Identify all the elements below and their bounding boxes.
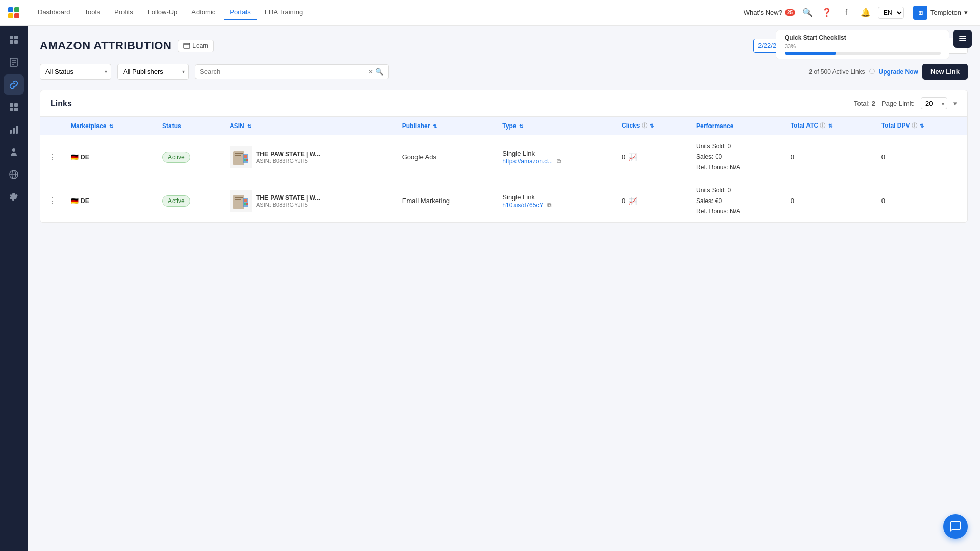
sidebar-item-grid[interactable] [4, 97, 24, 117]
th-performance: Performance [690, 117, 785, 135]
svg-rect-14 [10, 130, 12, 134]
row1-chart-icon[interactable]: 📈 [628, 153, 637, 161]
links-expand-icon[interactable]: ▾ [953, 99, 957, 107]
publisher-sort-icon: ⇅ [433, 123, 437, 129]
notification-icon[interactable]: 🔔 [859, 6, 873, 20]
row2-product-info: THE PAW STATE | W... ASIN: B083RGYJH5 [256, 194, 320, 208]
help-icon[interactable]: ❓ [820, 6, 834, 20]
row1-ref-bonus: Ref. Bonus: N/A [696, 162, 778, 172]
nav-tools[interactable]: Tools [79, 5, 106, 20]
search-icon[interactable]: 🔍 [374, 67, 384, 77]
svg-rect-48 [244, 203, 246, 205]
row1-product-info: THE PAW STATE | W... ASIN: B083RGYJH5 [256, 151, 320, 164]
row2-product-asin: ASIN: B083RGYJH5 [256, 202, 320, 208]
nav-profits[interactable]: Profits [108, 5, 139, 20]
learn-button[interactable]: Learn [178, 40, 214, 52]
publisher-filter[interactable]: All Publishers [117, 64, 189, 80]
th-clicks[interactable]: Clicks ⓘ ⇅ [616, 117, 690, 135]
row1-marketplace-code: DE [81, 154, 89, 161]
sidebar-item-gear[interactable] [4, 187, 24, 207]
row1-more-button[interactable]: ⋮ [46, 151, 59, 163]
th-asin[interactable]: ASIN ⇅ [224, 117, 396, 135]
new-link-button[interactable]: New Link [922, 64, 968, 80]
upgrade-now-button[interactable]: Upgrade Now [879, 68, 918, 76]
nav-follow-up[interactable]: Follow-Up [141, 5, 184, 20]
search-wrap: ✕ 🔍 [195, 64, 389, 79]
app-logo[interactable] [8, 7, 19, 18]
sidebar-item-person[interactable] [4, 142, 24, 162]
row1-total-dpv: 0 [875, 135, 967, 179]
svg-rect-24 [184, 43, 190, 48]
row1-link-type: Single Link [502, 149, 609, 157]
filters-row: All Status All Publishers ✕ 🔍 2 of 500 A… [40, 64, 968, 80]
row2-product-image [230, 190, 252, 212]
total-atc-info-icon[interactable]: ⓘ [820, 122, 825, 129]
nav-portals[interactable]: Portals [224, 5, 256, 20]
nav-adtomic[interactable]: Adtomic [185, 5, 222, 20]
row2-marketplace: 🇩🇪 DE [65, 179, 156, 223]
row2-status-badge: Active [162, 195, 190, 207]
whats-new-badge: 25 [785, 9, 795, 16]
search-icon[interactable]: 🔍 [800, 6, 815, 20]
progress-fill [785, 52, 836, 55]
nav-fba-training[interactable]: FBA Training [259, 5, 309, 20]
row1-units-sold: Units Sold: 0 [696, 141, 778, 152]
row1-link-url[interactable]: https://amazon.d... [502, 158, 553, 165]
row2-chart-icon[interactable]: 📈 [628, 197, 637, 205]
svg-rect-45 [235, 199, 241, 200]
row2-link-url[interactable]: h10.us/d765cY [502, 202, 543, 209]
row2-sales: Sales: €0 [696, 196, 778, 206]
row1-copy-icon[interactable]: ⧉ [557, 158, 561, 165]
links-header: Links Total: 2 Page Limit: 20 50 100 ▾ [40, 90, 967, 117]
active-links-info: 2 of 500 Active Links ⓘ Upgrade Now New … [808, 64, 968, 80]
whats-new-button[interactable]: What's New? 25 [744, 9, 795, 16]
language-select[interactable]: EN [878, 7, 904, 19]
row1-status-badge: Active [162, 152, 190, 163]
row2-flag: 🇩🇪 [71, 197, 79, 205]
th-status: Status [156, 117, 224, 135]
nav-dashboard[interactable]: Dashboard [32, 5, 77, 20]
row1-product-image [230, 146, 252, 168]
sidebar-item-globe[interactable] [4, 164, 24, 185]
nav-right: What's New? 25 🔍 ❓ f 🔔 EN ⊞ Templeton ▾ [744, 4, 972, 22]
th-publisher[interactable]: Publisher ⇅ [396, 117, 497, 135]
page-limit-select[interactable]: 20 50 100 [921, 97, 947, 109]
quick-start-percent: 33% [785, 43, 941, 49]
total-dpv-sort-icon: ⇅ [920, 123, 924, 129]
sidebar-item-dashboard[interactable] [4, 30, 24, 50]
th-total-dpv[interactable]: Total DPV ⓘ ⇅ [875, 117, 967, 135]
svg-rect-5 [14, 40, 18, 44]
menu-toggle-button[interactable] [953, 30, 972, 48]
th-marketplace[interactable]: Marketplace ⇅ [65, 117, 156, 135]
chat-button[interactable] [943, 514, 968, 539]
svg-rect-44 [235, 197, 243, 198]
row1-performance: Units Sold: 0 Sales: €0 Ref. Bonus: N/A [690, 135, 785, 179]
search-input[interactable] [200, 68, 367, 76]
row2-more-button[interactable]: ⋮ [46, 194, 59, 207]
progress-bar [785, 52, 941, 55]
sidebar-item-book[interactable] [4, 52, 24, 72]
links-table: Marketplace ⇅ Status ASIN ⇅ Publisher ⇅ [40, 117, 967, 222]
row2-clicks-value: 0 [622, 197, 625, 205]
row2-status: Active [156, 179, 224, 223]
row2-copy-icon[interactable]: ⧉ [547, 202, 552, 209]
user-name: Templeton [930, 9, 961, 16]
status-filter[interactable]: All Status [40, 64, 111, 80]
th-total-atc[interactable]: Total ATC ⓘ ⇅ [785, 117, 875, 135]
svg-rect-47 [244, 199, 247, 202]
sidebar-item-links[interactable] [4, 74, 24, 95]
th-type[interactable]: Type ⇅ [496, 117, 616, 135]
user-menu-button[interactable]: ⊞ Templeton ▾ [909, 4, 972, 22]
page-limit-wrap: 20 50 100 [921, 97, 947, 109]
clicks-info-icon[interactable]: ⓘ [642, 122, 647, 129]
total-dpv-info-icon[interactable]: ⓘ [912, 122, 917, 129]
svg-rect-37 [235, 155, 241, 156]
row2-publisher: Email Marketing [396, 179, 497, 223]
active-links-info-icon[interactable]: ⓘ [869, 68, 875, 76]
search-clear-button[interactable]: ✕ [367, 67, 374, 77]
row2-total-dpv: 0 [875, 179, 967, 223]
row1-total-atc: 0 [785, 135, 875, 179]
facebook-icon[interactable]: f [839, 6, 853, 20]
row1-publisher: Google Ads [396, 135, 497, 179]
sidebar-item-chart[interactable] [4, 119, 24, 140]
